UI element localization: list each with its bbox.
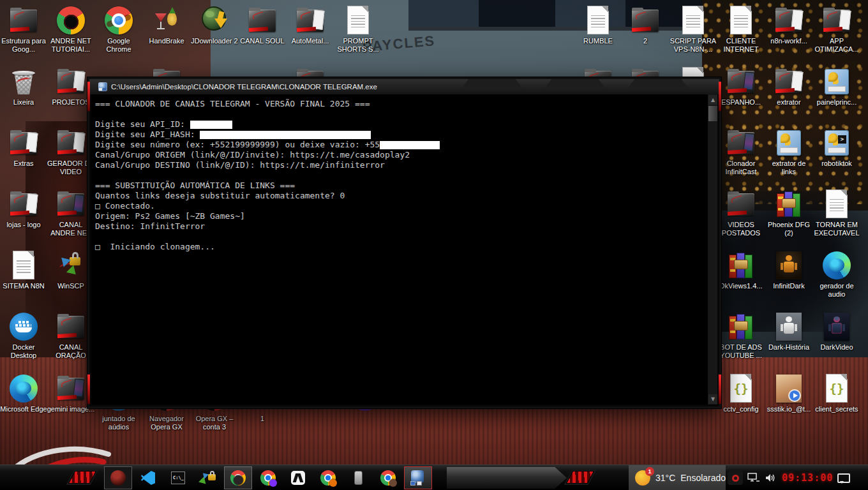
console-line: Quantos links deseja substituir automati…	[95, 191, 707, 201]
taskbar-button-vscode[interactable]	[134, 466, 162, 489]
scroll-up-icon[interactable]: ▲	[708, 95, 717, 105]
speaker-icon[interactable]	[765, 473, 777, 483]
desktop-icon-autometal[interactable]: AutoMetal...	[286, 5, 334, 45]
icon-label: 1	[238, 415, 287, 423]
desktop-icon-infinitdark[interactable]: InfinitDark	[765, 250, 813, 290]
desktop-icon-rumble[interactable]: RUMBLE	[574, 5, 622, 45]
rar-icon	[726, 250, 756, 281]
taskbar-button-chrome-profile-brown[interactable]	[374, 466, 402, 489]
desktop-icon-prompt-shorts-s[interactable]: PROMPT SHORTS S...	[334, 5, 382, 54]
desktop-icon-phoenix-dfg-2[interactable]: Phoenix DFG (2)	[765, 189, 813, 237]
console-titlebar[interactable]: C:\Users\Admin\Desktop\CLONADOR TELEGRAM…	[89, 79, 719, 94]
desktop-icon-tornar-em-executavel[interactable]: TORNAR EM EXECUTAVEL	[812, 189, 861, 237]
bin-icon	[8, 66, 39, 97]
console-line	[95, 232, 707, 242]
icon-label: Estrutura para Goog...	[0, 37, 48, 54]
taskbar-button-clonador-telegram-console[interactable]	[404, 466, 432, 489]
rog-folder-img-icon	[726, 66, 756, 97]
console-output: === CLONADOR DE CANAIS TELEGRAM - VERSÃO…	[91, 94, 707, 405]
weather-widget[interactable]: 1 31°C Ensolarado	[629, 465, 726, 490]
doc-icon	[343, 5, 373, 36]
desktop-icon-robotiktok[interactable]: >robotiktok	[812, 128, 861, 168]
tray-app-icon[interactable]	[728, 471, 743, 485]
desktop-icon-extrator[interactable]: extrator	[765, 66, 813, 107]
desktop-icon-cliente-internet[interactable]: CLIENTE INTERNET	[717, 5, 765, 54]
desktop-icon-client-secrets[interactable]: {}client_secrets	[812, 373, 861, 413]
icon-label: SCRIPT PARA VPS-N8N-...	[669, 37, 717, 54]
taskbar-button-opera-gx[interactable]	[104, 466, 132, 489]
edge-icon	[8, 373, 39, 404]
weather-condition: Ensolarado	[680, 473, 726, 483]
network-icon[interactable]	[747, 473, 760, 483]
console-line: Digite seu API_HASH:	[95, 130, 707, 140]
desktop-icon-handbrake[interactable]: HandBrake	[142, 5, 191, 45]
desktop-icon-cctv-config[interactable]: {}cctv_config	[717, 373, 765, 413]
desktop-icon-videos-postados[interactable]: VIDEOS POSTADOS	[717, 189, 765, 237]
desktop-icon-gerador-de-audio[interactable]: gerador de audio	[812, 250, 861, 299]
console-window[interactable]: C:\Users\Admin\Desktop\CLONADOR TELEGRAM…	[87, 77, 721, 408]
desktop-icon-darkvideo[interactable]: DarkVideo	[812, 311, 861, 352]
desktop-icon-ssstik-io-t[interactable]: ssstik.io_@t...	[765, 373, 813, 413]
taskbar-button-chrome-profile-dark[interactable]	[224, 466, 252, 489]
icon-label: Extras	[0, 160, 48, 168]
taskbar-button-device[interactable]	[344, 466, 372, 489]
taskbar: C:\_ 1 31°C Ensolarado 09:13:00	[0, 464, 868, 490]
desktop-icon-docker-desktop[interactable]: Docker Desktop	[0, 311, 48, 360]
rog-folder-img-icon	[726, 128, 756, 158]
desktop-icon-microsoft-edge[interactable]: Microsoft Edge	[0, 373, 48, 413]
desktop-icon-n8n-workf[interactable]: n8n-workf...	[765, 5, 813, 45]
doc-icon	[8, 250, 39, 281]
scroll-down-icon[interactable]: ▼	[708, 394, 717, 404]
taskbar-accent	[68, 471, 97, 484]
console-line: □ Iniciando clonagem...	[95, 242, 707, 252]
redacted-value	[200, 131, 371, 139]
action-center-icon[interactable]	[837, 473, 850, 483]
chrome-profile-brown-icon	[379, 469, 397, 487]
chrome-profile-orange-icon	[319, 469, 337, 487]
desktop-icon-sitema-n8n[interactable]: SITEMA N8N	[0, 250, 48, 290]
taskbar-clock[interactable]: 09:13:00	[782, 472, 833, 484]
desktop-icon-painelprinc[interactable]: painelprinc...	[812, 66, 861, 107]
icon-label: DarkVideo	[812, 343, 861, 352]
icon-label: gerador de audio	[812, 282, 861, 299]
desktop-icon-script-para-vps-n8n[interactable]: SCRIPT PARA VPS-N8N-...	[669, 5, 717, 54]
taskbar-button-chrome-profile-purple[interactable]	[254, 466, 282, 489]
redacted-value	[190, 121, 232, 129]
icon-label: juntado de aúdios	[94, 415, 143, 431]
taskbar-button-command-prompt[interactable]: C:\_	[164, 466, 192, 489]
rog-folder-icon	[247, 5, 278, 36]
desktop-icon-lixeira[interactable]: Lixeira	[0, 66, 48, 107]
titlebar-skin-segment	[546, 79, 604, 87]
console-line	[95, 109, 707, 119]
desktop-icon-jdownloader-2[interactable]: JDownloader 2	[190, 5, 239, 45]
rog-folder-doc-icon	[821, 5, 852, 36]
icon-label: CANAL SOUL	[238, 37, 287, 45]
desktop-icon-canal-soul[interactable]: CANAL SOUL	[238, 5, 287, 45]
desktop-icon-andre-net-tutoriai[interactable]: ANDRE NET TUTORIAI...	[47, 5, 95, 54]
rog-folder-icon	[8, 5, 39, 36]
desktop-icon-extras[interactable]: Extras	[0, 128, 48, 168]
desktop-icon-espanho[interactable]: ESPANHO...	[717, 66, 765, 107]
desktop-icon-app-otimizaca[interactable]: APP OTIMIZACA...	[812, 5, 861, 54]
desktop-icon-lojas-logo[interactable]: lojas - logo	[0, 189, 48, 229]
desktop-icon-extrator-de-links[interactable]: extrator de links	[765, 128, 813, 176]
console-line: Canal/Grupo DESTINO (link/@/ID): https:/…	[95, 160, 707, 170]
desktop-icon-google-chrome[interactable]: Google Chrome	[94, 5, 143, 54]
rog-folder-icon	[726, 189, 756, 219]
desktop-icon-dark-hist-ria[interactable]: Dark-História	[765, 311, 813, 352]
taskbar-button-chrome-profile-orange[interactable]	[314, 466, 342, 489]
icon-label: client_secrets	[812, 405, 861, 413]
desktop-icon-clonador-infinitcast[interactable]: Clonador InfinitCast	[717, 128, 765, 176]
chrome-profile-purple-icon	[259, 469, 277, 487]
console-line: === CLONADOR DE CANAIS TELEGRAM - VERSÃO…	[95, 99, 707, 109]
desktop-icon-dkviews1-4[interactable]: DkViews1.4...	[717, 250, 765, 290]
taskbar-button-winscp[interactable]	[194, 466, 222, 489]
icon-label: Opera GX – conta 3	[190, 415, 239, 431]
icon-label: DkViews1.4...	[717, 282, 765, 290]
console-scrollbar[interactable]: ▲ ▼	[707, 94, 717, 405]
desktop-icon-estrutura-para-goog[interactable]: Estrutura para Goog...	[0, 5, 48, 54]
taskbar-button-capcut[interactable]	[284, 466, 312, 489]
desktop-icon-2[interactable]: 2	[621, 5, 670, 45]
desktop-icon-bot-de-ads-youtube[interactable]: BOT DE ADS YOUTUBE ...	[717, 311, 765, 360]
scrollbar-thumb[interactable]	[708, 106, 717, 121]
